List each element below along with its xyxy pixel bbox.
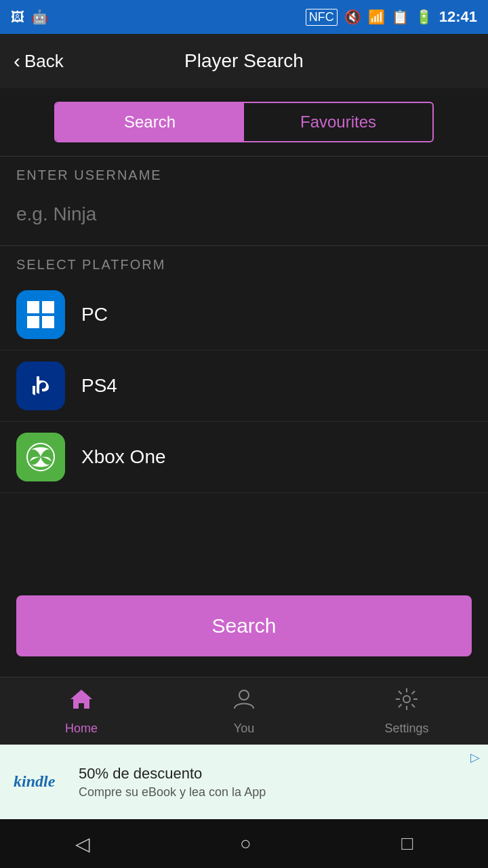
tab-bar: Search Favourites: [54, 102, 434, 142]
battery-icon: 🔋: [415, 9, 432, 25]
settings-nav-label: Settings: [384, 722, 428, 736]
status-bar-left: 🖼 🤖: [11, 9, 48, 25]
xbox-icon: [26, 442, 56, 472]
kindle-logo: kindle: [14, 766, 68, 798]
sim-icon: 📋: [392, 9, 409, 25]
xbox-icon-bg: [16, 433, 65, 481]
bottom-nav: Home You Settings: [0, 677, 488, 745]
playstation-icon: [26, 371, 56, 401]
svg-rect-0: [27, 301, 39, 313]
pc-icon-bg: [16, 290, 65, 339]
nfc-label: NFC: [306, 9, 338, 26]
search-button[interactable]: Search: [16, 595, 472, 656]
top-nav-bar: ‹ Back Player Search: [0, 34, 488, 88]
platform-item-pc[interactable]: PC: [0, 279, 488, 351]
wifi-icon: 📶: [368, 9, 385, 25]
windows-icon: [26, 300, 56, 330]
android-icon: 🤖: [31, 9, 48, 25]
back-label: Back: [24, 51, 64, 72]
android-back-button[interactable]: ◁: [75, 833, 90, 855]
ad-sub-text: Compre su eBook y lea con la App: [79, 785, 266, 800]
platform-list: PC PS4 Xbox One: [0, 279, 488, 493]
nav-item-home[interactable]: Home: [0, 677, 163, 745]
android-nav-bar: ◁ ○ □: [0, 819, 488, 868]
search-button-container: Search: [0, 493, 488, 677]
platform-item-xbox[interactable]: Xbox One: [0, 422, 488, 493]
ps4-label: PS4: [81, 375, 117, 397]
ad-text: 50% de descuento Compre su eBook y lea c…: [79, 765, 266, 800]
you-icon: [232, 687, 256, 717]
xbox-label: Xbox One: [81, 446, 166, 468]
ad-expand-icon: ▷: [470, 750, 480, 765]
home-nav-label: Home: [65, 722, 98, 736]
tab-favourites[interactable]: Favourites: [244, 103, 432, 141]
you-nav-label: You: [234, 722, 254, 736]
ps4-icon-bg: [16, 361, 65, 410]
platform-item-ps4[interactable]: PS4: [0, 351, 488, 422]
svg-rect-2: [27, 316, 39, 328]
time-display: 12:41: [439, 8, 477, 26]
status-bar-right: NFC 🔇 📶 📋 🔋 12:41: [306, 8, 477, 26]
ad-banner[interactable]: ▷ kindle 50% de descuento Compre su eBoo…: [0, 745, 488, 819]
back-button[interactable]: ‹ Back: [14, 50, 64, 73]
tab-search[interactable]: Search: [56, 103, 244, 141]
android-home-button[interactable]: ○: [240, 833, 251, 854]
home-icon: [69, 687, 94, 717]
svg-point-6: [403, 696, 410, 703]
platform-section-label: SELECT PLATFORM: [0, 246, 488, 279]
svg-text:kindle: kindle: [14, 772, 56, 790]
nav-item-you[interactable]: You: [163, 677, 325, 745]
photo-icon: 🖼: [11, 9, 24, 25]
username-input[interactable]: [16, 197, 472, 232]
svg-point-5: [239, 690, 249, 700]
nav-item-settings[interactable]: Settings: [325, 677, 488, 745]
username-input-container: [0, 190, 488, 246]
svg-rect-1: [42, 301, 54, 313]
settings-icon: [394, 687, 419, 717]
status-bar: 🖼 🤖 NFC 🔇 📶 📋 🔋 12:41: [0, 0, 488, 34]
pc-label: PC: [81, 304, 108, 326]
mute-icon: 🔇: [344, 9, 361, 25]
back-chevron-icon: ‹: [14, 50, 20, 73]
username-section-label: ENTER USERNAME: [0, 156, 488, 190]
page-title: Player Search: [184, 50, 304, 72]
svg-rect-3: [42, 316, 54, 328]
ad-main-text: 50% de descuento: [79, 765, 266, 783]
android-recents-button[interactable]: □: [401, 833, 413, 854]
